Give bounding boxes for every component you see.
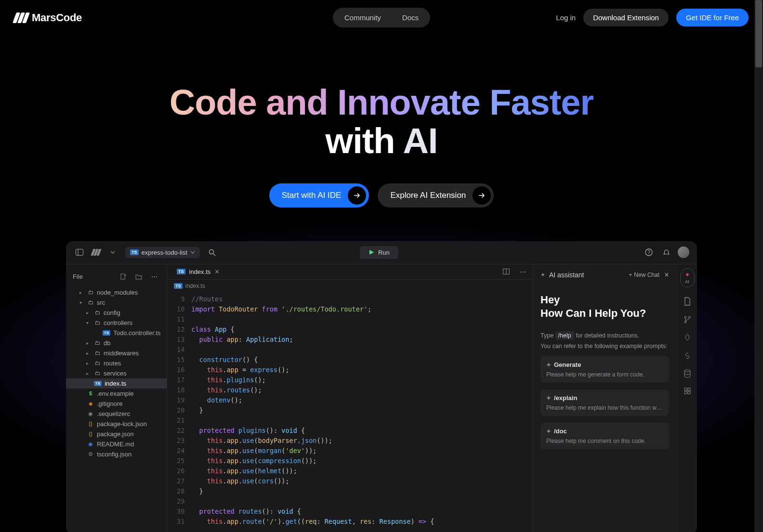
tree-item-label: index.ts bbox=[105, 380, 126, 387]
page-scrollbar[interactable] bbox=[754, 0, 763, 532]
download-extension-button[interactable]: Download Extension bbox=[583, 9, 669, 26]
prompt-card-doc[interactable]: ✦/docPlease help me comment on this code… bbox=[540, 423, 669, 449]
file-explorer: File ⋯ ▸🗀node_modules▾🗀src▸🗀config▾🗀cont… bbox=[66, 264, 167, 532]
tree-item-todo-controller-ts[interactable]: TSTodo.controller.ts bbox=[66, 328, 167, 338]
line-number: 25 bbox=[177, 456, 184, 466]
chevron-down-icon[interactable] bbox=[107, 247, 118, 258]
hero-section: Code and Innovate Faster with AI Start w… bbox=[0, 83, 763, 208]
code-line[interactable]: this.plugins(); bbox=[191, 375, 434, 385]
nav-center: Community Docs bbox=[333, 8, 430, 27]
brand-logo[interactable]: MarsCode bbox=[14, 12, 82, 24]
rail-branch-icon[interactable] bbox=[684, 315, 691, 324]
rail-ai-label: AI bbox=[685, 279, 689, 284]
close-icon[interactable]: ✕ bbox=[214, 268, 220, 275]
tab-index-ts[interactable]: TS index.ts ✕ bbox=[171, 264, 225, 279]
hero-line-2a: with bbox=[326, 121, 403, 161]
tree-item-services[interactable]: ▸🗀services bbox=[66, 368, 167, 378]
tree-item-config[interactable]: ▸🗀config bbox=[66, 308, 167, 318]
rail-ai-button[interactable]: ✦ AI bbox=[680, 268, 695, 287]
bell-icon[interactable] bbox=[660, 247, 672, 258]
rail-grid-icon[interactable] bbox=[684, 388, 691, 394]
get-ide-button[interactable]: Get IDE for Free bbox=[676, 9, 749, 26]
avatar[interactable] bbox=[678, 247, 689, 258]
new-file-icon[interactable] bbox=[118, 271, 129, 283]
prompt-desc: Please help me explain how this function… bbox=[546, 404, 663, 411]
code-line[interactable]: //Routes bbox=[191, 294, 434, 304]
tree-item-label: controllers bbox=[104, 319, 132, 326]
rail-rocket-icon[interactable] bbox=[684, 334, 691, 342]
line-number: 20 bbox=[177, 405, 184, 415]
sidebar-toggle-icon[interactable] bbox=[74, 247, 85, 258]
code-line[interactable] bbox=[191, 345, 434, 355]
code-line[interactable]: dotenv(); bbox=[191, 395, 434, 405]
code-line[interactable]: this.app.route('/').get((req: Request, r… bbox=[191, 517, 434, 527]
code-line[interactable]: this.app.use(morgan('dev')); bbox=[191, 446, 434, 456]
code-line[interactable]: this.app = express(); bbox=[191, 365, 434, 375]
chevron-icon: ▸ bbox=[86, 340, 91, 346]
tree-item-node-modules[interactable]: ▸🗀node_modules bbox=[66, 287, 167, 298]
nav-community[interactable]: Community bbox=[335, 10, 391, 26]
more-icon[interactable]: ⋯ bbox=[517, 266, 528, 277]
code-line[interactable] bbox=[191, 314, 434, 324]
svg-text:?: ? bbox=[647, 250, 650, 255]
prompt-desc: Please help me generate a form code. bbox=[546, 371, 663, 378]
tree-item-routes[interactable]: ▸🗀routes bbox=[66, 358, 167, 368]
chevron-icon: ▸ bbox=[86, 361, 91, 366]
search-icon[interactable] bbox=[207, 247, 218, 258]
rail-link-icon[interactable] bbox=[684, 352, 691, 360]
tree-item--sequelizerc[interactable]: ◉.sequelizerc bbox=[66, 409, 167, 419]
line-number: 26 bbox=[177, 466, 184, 476]
prompt-card-generate[interactable]: ✦GeneratePlease help me generate a form … bbox=[540, 356, 669, 383]
breadcrumb[interactable]: TS index.ts bbox=[167, 280, 532, 292]
login-link[interactable]: Log in bbox=[556, 13, 576, 22]
tree-item-package-lock-json[interactable]: {}package-lock.json bbox=[66, 419, 167, 429]
tree-item-db[interactable]: ▸🗀db bbox=[66, 338, 167, 348]
split-editor-icon[interactable] bbox=[500, 266, 512, 277]
code-line[interactable]: this.routes(); bbox=[191, 385, 434, 395]
code-line[interactable]: class App { bbox=[191, 324, 434, 335]
code-line[interactable]: protected plugins(): void { bbox=[191, 426, 434, 436]
code-line[interactable]: constructor() { bbox=[191, 355, 434, 365]
tree-item-controllers[interactable]: ▾🗀controllers bbox=[66, 318, 167, 328]
code-area[interactable]: 9101112131415161718192021222324252627282… bbox=[167, 292, 532, 529]
rail-file-icon[interactable] bbox=[684, 297, 691, 306]
prompt-card-explain[interactable]: ✦/explainPlease help me explain how this… bbox=[540, 389, 669, 416]
start-ide-button[interactable]: Start with AI IDE bbox=[269, 183, 369, 208]
line-number: 22 bbox=[177, 426, 184, 436]
line-number: 9 bbox=[177, 294, 184, 304]
code-line[interactable]: } bbox=[191, 486, 434, 496]
code-line[interactable]: public app: Application; bbox=[191, 335, 434, 345]
close-icon[interactable]: ✕ bbox=[664, 272, 669, 278]
sparkle-icon: ✦ bbox=[546, 428, 551, 435]
tree-item--gitignore[interactable]: ◆.gitignore bbox=[66, 399, 167, 409]
new-chat-button[interactable]: + New Chat bbox=[629, 272, 659, 278]
rail-database-icon[interactable] bbox=[684, 369, 691, 378]
chevron-down-icon bbox=[190, 251, 195, 254]
nav-docs[interactable]: Docs bbox=[393, 10, 428, 26]
more-icon[interactable]: ⋯ bbox=[148, 271, 160, 283]
hero-cta-row: Start with AI IDE Explore AI Extension bbox=[0, 183, 763, 208]
code-line[interactable] bbox=[191, 496, 434, 506]
sparkle-icon: ✦ bbox=[546, 395, 551, 402]
tree-item-readme-md[interactable]: ◉README.md bbox=[66, 439, 167, 449]
tree-item-index-ts[interactable]: TSindex.ts bbox=[66, 378, 167, 389]
code-line[interactable]: this.app.use(cors()); bbox=[191, 476, 434, 486]
tree-item-src[interactable]: ▾🗀src bbox=[66, 298, 167, 308]
code-line[interactable]: this.app.use(bodyParser.json()); bbox=[191, 436, 434, 446]
code-line[interactable]: this.app.use(compression()); bbox=[191, 456, 434, 466]
explore-extension-button[interactable]: Explore AI Extension bbox=[378, 183, 494, 208]
run-button[interactable]: Run bbox=[360, 246, 398, 259]
code-line[interactable]: protected routes(): void { bbox=[191, 506, 434, 517]
tree-item-package-json[interactable]: {}package.json bbox=[66, 429, 167, 439]
code-line[interactable]: import TodoRouter from './routes/Todo.ro… bbox=[191, 304, 434, 314]
project-selector[interactable]: TS express-todo-list bbox=[125, 247, 200, 258]
code-line[interactable] bbox=[191, 415, 434, 426]
help-icon[interactable]: ? bbox=[643, 247, 655, 258]
tree-item-tsconfig-json[interactable]: ⚙tsconfig.json bbox=[66, 449, 167, 459]
code-line[interactable]: } bbox=[191, 405, 434, 415]
chevron-icon: ▸ bbox=[86, 350, 91, 356]
tree-item--env-example[interactable]: $.env.example bbox=[66, 389, 167, 399]
tree-item-middlewares[interactable]: ▸🗀middlewares bbox=[66, 348, 167, 358]
new-folder-icon[interactable] bbox=[133, 271, 145, 283]
code-line[interactable]: this.app.use(helmet()); bbox=[191, 466, 434, 476]
